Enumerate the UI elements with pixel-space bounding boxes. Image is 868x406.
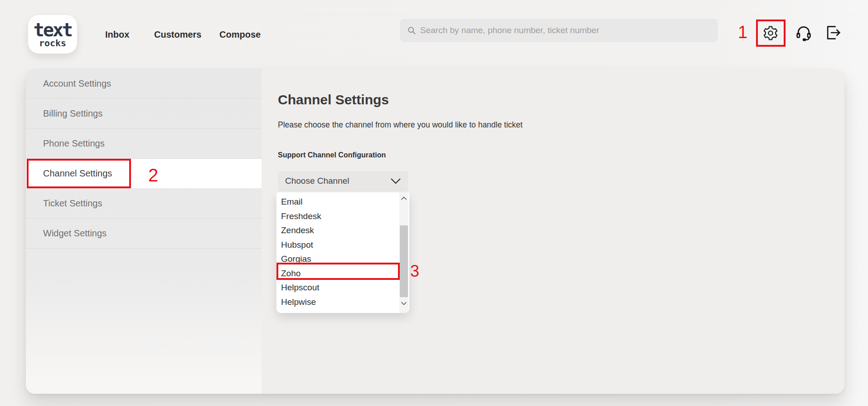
annotation-step-1: 1: [738, 24, 747, 41]
sidebar-item-phone-settings[interactable]: Phone Settings: [26, 129, 262, 159]
sidebar-item-billing-settings[interactable]: Billing Settings: [26, 99, 262, 129]
option-freshdesk[interactable]: Freshdesk: [276, 209, 399, 224]
nav-item-compose[interactable]: Compose: [219, 29, 261, 40]
global-search[interactable]: [400, 19, 718, 42]
search-input[interactable]: [420, 25, 711, 35]
option-hubspot[interactable]: Hubspot: [276, 238, 399, 252]
sidebar-item-account-settings[interactable]: Account Settings: [26, 69, 262, 99]
brand-logo-subtext: rocks: [39, 39, 66, 48]
sidebar-item-label: Account Settings: [43, 78, 111, 89]
option-email[interactable]: Email: [276, 195, 399, 209]
sidebar-item-label: Widget Settings: [43, 228, 107, 239]
sidebar-item-ticket-settings[interactable]: Ticket Settings: [26, 189, 262, 219]
brand-logo[interactable]: text rocks: [28, 15, 77, 54]
page-description: Please choose the channel from where you…: [278, 120, 523, 130]
brand-logo-text: text: [34, 21, 72, 39]
chevron-down-icon: [391, 178, 401, 184]
option-gorgias[interactable]: Gorgias: [276, 252, 399, 266]
sidebar-item-label: Channel Settings: [43, 168, 112, 179]
option-helpscout[interactable]: Helpscout: [276, 280, 399, 295]
settings-card: Account Settings Billing Settings Phone …: [26, 69, 844, 394]
settings-sidebar: Account Settings Billing Settings Phone …: [26, 69, 262, 394]
logout-icon: [824, 24, 842, 41]
search-icon: [407, 26, 416, 35]
sidebar-item-widget-settings[interactable]: Widget Settings: [26, 219, 262, 249]
sidebar-item-label: Billing Settings: [43, 108, 102, 119]
channel-select[interactable]: Choose Channel: [278, 171, 408, 191]
option-zendesk[interactable]: Zendesk: [276, 223, 399, 238]
settings-button[interactable]: [762, 25, 779, 43]
gear-icon: [762, 25, 779, 41]
support-button[interactable]: [795, 24, 812, 43]
channel-option-list: Email Freshdesk Zendesk Hubspot Gorgias …: [276, 192, 409, 313]
page-title: Channel Settings: [278, 92, 389, 108]
nav-item-customers[interactable]: Customers: [154, 29, 201, 40]
option-helpwise[interactable]: Helpwise: [276, 295, 399, 309]
channel-select-value: Choose Channel: [285, 176, 349, 186]
sidebar-item-channel-settings[interactable]: Channel Settings: [26, 159, 262, 189]
scroll-up-icon[interactable]: [399, 195, 408, 201]
sidebar-item-label: Phone Settings: [43, 138, 105, 149]
sidebar-item-label: Ticket Settings: [43, 198, 102, 209]
option-zoho[interactable]: Zoho: [276, 266, 399, 281]
headset-icon: [795, 24, 812, 41]
scroll-down-icon[interactable]: [399, 300, 408, 307]
section-label: Support Channel Configuration: [278, 151, 386, 159]
logout-button[interactable]: [824, 24, 842, 43]
dropdown-scrollbar-thumb[interactable]: [400, 225, 408, 297]
nav-item-inbox[interactable]: Inbox: [105, 29, 129, 40]
